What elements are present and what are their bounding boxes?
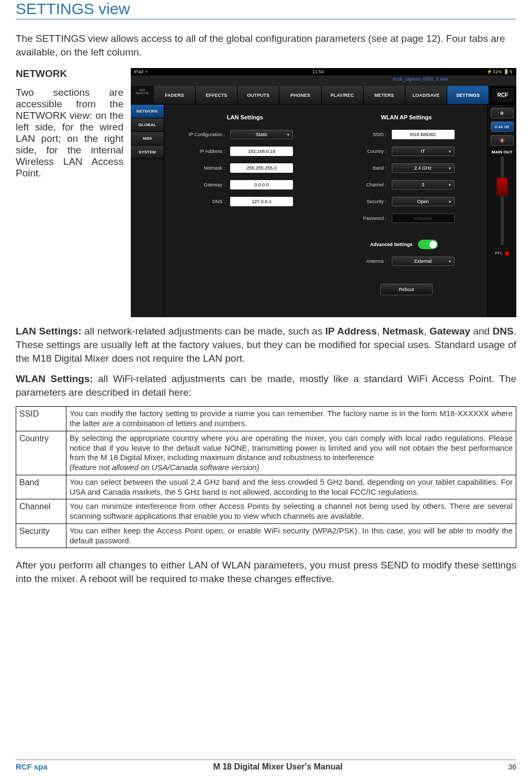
advanced-label: Advanced Settings <box>339 242 418 247</box>
table-header: Country <box>16 431 66 475</box>
sidebar-network[interactable]: NETWORK <box>131 105 164 118</box>
reboot-button[interactable]: Reboot <box>380 284 433 295</box>
wlan-title: WLAN AP Settings <box>339 114 474 120</box>
tab-faders[interactable]: FADERS <box>154 86 196 104</box>
mixremote-logo: MIXREMOTE <box>131 86 154 104</box>
table-cell: You can minimize interference from other… <box>66 499 516 524</box>
statusbar-time: 11:54 <box>312 69 324 74</box>
security-label: Security : <box>339 199 392 204</box>
table-row: BandYou can select between the usual 2.4… <box>16 475 516 499</box>
rcf-logo: RCF <box>491 88 514 102</box>
sidebar-system[interactable]: SYSTEM <box>131 146 164 159</box>
tab-phones[interactable]: PHONES <box>279 86 321 104</box>
after-para: After you perform all changes to either … <box>16 559 516 585</box>
table-header: Security <box>16 523 66 548</box>
tab-outputs[interactable]: OUTPUTS <box>237 86 279 104</box>
page-footer: RCF spa M 18 Digital Mixer User's Manual… <box>16 760 516 772</box>
tab-effects[interactable]: EFFECTS <box>196 86 237 104</box>
table-header: Channel <box>16 499 66 524</box>
db-readout[interactable]: 0.44 dB <box>491 121 514 132</box>
dns-label: DNS : <box>178 199 230 204</box>
ssid-input[interactable]: M18-B8D6D <box>392 130 455 139</box>
section-title: SETTINGS view <box>16 0 516 19</box>
band-label: Band : <box>339 165 392 171</box>
advanced-toggle[interactable] <box>418 240 438 249</box>
tab-settings[interactable]: SETTINGS <box>447 86 489 104</box>
password-label: Password : <box>339 216 392 221</box>
band-select[interactable]: 2.4 GHz <box>392 163 455 173</box>
sidebar-midi[interactable]: MIDI <box>131 132 164 146</box>
security-select[interactable]: Open <box>392 197 455 206</box>
footer-page-number: 36 <box>508 763 516 771</box>
ipconf-select[interactable]: Static <box>230 130 293 139</box>
country-label: Country : <box>339 149 392 154</box>
fader-knob[interactable] <box>496 177 508 196</box>
table-cell: You can modify the factory setting to pr… <box>66 407 516 431</box>
pfl-label: PFL <box>495 251 503 255</box>
ipaddr-label: IP Address : <box>178 149 230 154</box>
table-row: CountryBy selecting the appropriate coun… <box>16 431 516 475</box>
table-cell: You can select between the usual 2.4 GHz… <box>66 475 516 499</box>
antenna-select[interactable]: External <box>392 256 455 266</box>
main-fader[interactable] <box>501 157 504 246</box>
country-select[interactable]: IT <box>392 147 455 156</box>
mute-icon: 🔇 <box>500 138 505 143</box>
statusbar-left: iPad ᯤ <box>134 69 150 74</box>
antenna-label: Antenna : <box>339 259 392 264</box>
table-header: Band <box>16 475 66 499</box>
table-header: SSID <box>16 407 66 431</box>
network-subtitle: NETWORK <box>16 68 123 80</box>
settings-screenshot: iPad ᯤ 11:54 ⚡31% 🔋↯ m18_capture_0002_0.… <box>131 68 516 317</box>
table-cell: By selecting the appropriate country whe… <box>66 431 516 475</box>
netmask-label: Netmask : <box>178 165 230 171</box>
mute-button[interactable]: 🔇 <box>491 135 514 146</box>
lan-settings-para: LAN Settings: all network-related adjust… <box>16 325 516 365</box>
player-filename: m18_capture_0002_0.wav <box>393 76 448 82</box>
footer-company: RCF spa <box>16 762 48 771</box>
tab-meters[interactable]: METERS <box>364 86 405 104</box>
wlan-settings-para: WLAN Settings: all WiFi-related adjustme… <box>16 372 516 399</box>
footer-title: M 18 Digital Mixer User's Manual <box>213 762 342 772</box>
ssid-label: SSID : <box>339 132 392 137</box>
statusbar-right: ⚡31% 🔋↯ <box>486 69 513 74</box>
sidebar-global[interactable]: GLOBAL <box>131 118 164 132</box>
ipconf-label: IP Configuration : <box>178 132 230 137</box>
gateway-label: Gateway : <box>178 182 230 187</box>
channel-select[interactable]: 3 <box>392 180 455 189</box>
intro-text: The SETTINGS view allows access to all o… <box>16 32 516 59</box>
netmask-input[interactable]: 255.255.255.0 <box>230 163 293 173</box>
network-description: Two sections are accessible from the NET… <box>16 87 123 179</box>
wlan-params-table: SSIDYou can modify the factory setting t… <box>16 406 516 548</box>
table-cell: You can either keep the Access Point ope… <box>66 523 516 548</box>
table-row: SecurityYou can either keep the Access P… <box>16 523 516 548</box>
table-row: SSIDYou can modify the factory setting t… <box>16 407 516 431</box>
table-row: ChannelYou can minimize interference fro… <box>16 499 516 524</box>
dns-input[interactable]: 127.0.0.1 <box>230 197 293 206</box>
ipaddr-input[interactable]: 192.168.0.18 <box>230 147 293 156</box>
password-input[interactable]: 87654321 <box>392 214 455 223</box>
tab-playrec[interactable]: PLAY/REC <box>322 86 364 104</box>
pfl-led <box>505 251 509 255</box>
channel-label: Channel : <box>339 182 392 187</box>
gear-button[interactable]: ✿ <box>491 108 514 118</box>
lan-title: LAN Settings <box>178 114 312 120</box>
gateway-input[interactable]: 0.0.0.0 <box>230 180 293 189</box>
tab-loadsave[interactable]: LOAD/SAVE <box>405 86 447 104</box>
main-out-label: MAIN OUT <box>488 150 516 154</box>
